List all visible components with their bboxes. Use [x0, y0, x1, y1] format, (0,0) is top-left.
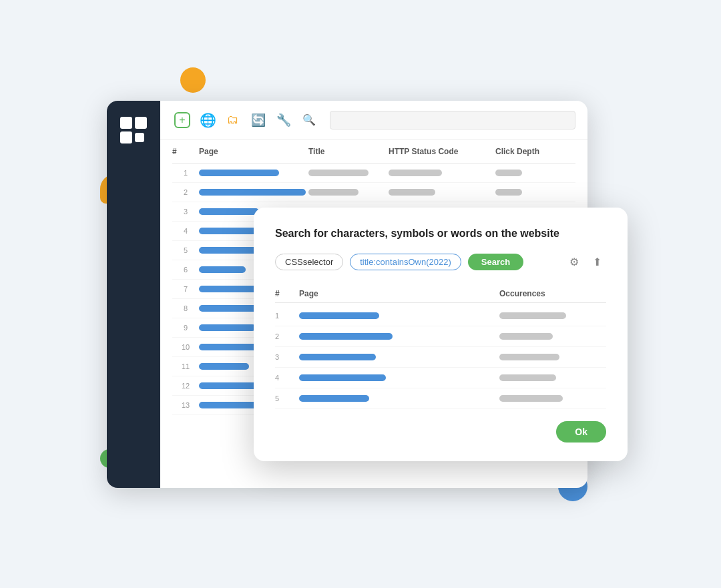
results-row: 5: [275, 388, 606, 409]
export-icon[interactable]: ⬆: [587, 253, 606, 272]
results-occurrences: [499, 395, 606, 402]
row-num: 9: [172, 324, 199, 332]
row-depth: [495, 170, 575, 176]
row-num: 2: [172, 188, 199, 196]
wrench-icon: 🔧: [276, 113, 291, 127]
col-depth: Click Depth: [495, 147, 575, 156]
scene: + 🌐 🗂 🔄 🔧 🔍: [67, 61, 654, 528]
add-icon: +: [174, 112, 190, 128]
results-header: # Page Occurences: [275, 285, 606, 303]
row-num: 10: [172, 343, 199, 351]
globe-icon: 🌐: [200, 112, 216, 128]
col-num: #: [172, 147, 199, 156]
refresh-icon: 🔄: [251, 113, 266, 127]
row-page: [199, 170, 308, 176]
logo-cell-1: [120, 117, 132, 129]
results-occurrences: [499, 333, 606, 340]
row-num: 13: [172, 401, 199, 409]
row-num: 3: [172, 208, 199, 216]
wrench-button[interactable]: 🔧: [274, 110, 294, 130]
row-num: 6: [172, 266, 199, 274]
res-col-num: #: [275, 289, 299, 298]
row-num: 7: [172, 285, 199, 293]
sidebar: [107, 101, 160, 488]
results-occurrences: [499, 374, 606, 381]
results-page: [299, 354, 499, 360]
results-row: 4: [275, 368, 606, 388]
settings-icon[interactable]: ⚙: [565, 253, 583, 272]
results-num: 3: [275, 353, 299, 361]
results-num: 4: [275, 374, 299, 382]
results-num: 5: [275, 394, 299, 402]
css-selector-tag[interactable]: CSSselector: [275, 254, 343, 270]
row-num: 8: [172, 304, 199, 312]
row-title: [308, 189, 389, 196]
results-occurrences: [499, 354, 606, 360]
results-occurrences: [499, 312, 606, 319]
row-page: [199, 189, 308, 196]
col-page: Page: [199, 147, 308, 156]
search-toolbar-button[interactable]: 🔍: [299, 110, 319, 130]
results-row: 3: [275, 347, 606, 368]
search-button[interactable]: Search: [468, 254, 523, 270]
blob-orange-top: [180, 67, 206, 93]
toolbar: + 🌐 🗂 🔄 🔧 🔍: [160, 101, 587, 140]
res-col-occ: Occurences: [499, 289, 606, 298]
results-table: # Page Occurences 1 2 3: [275, 285, 606, 409]
results-num: 1: [275, 312, 299, 320]
row-status: [389, 189, 495, 196]
contains-own-tag[interactable]: title:containsOwn(2022): [350, 254, 461, 270]
toolbar-search-box[interactable]: [330, 111, 575, 129]
table-header: # Page Title HTTP Status Code Click Dept…: [172, 140, 575, 164]
sidebar-logo: [120, 117, 147, 143]
results-page: [299, 395, 499, 402]
row-depth: [495, 189, 575, 196]
row-num: 11: [172, 362, 199, 370]
add-button[interactable]: +: [172, 110, 192, 130]
dialog-window: Search for characters, symbols or words …: [254, 208, 628, 461]
row-status: [389, 170, 495, 176]
row-num: 1: [172, 169, 199, 177]
ok-button[interactable]: Ok: [556, 421, 606, 443]
results-row: 1: [275, 306, 606, 326]
col-title: Title: [308, 147, 389, 156]
results-page: [299, 374, 499, 381]
globe-button[interactable]: 🌐: [198, 110, 218, 130]
table-row: 2: [172, 183, 575, 202]
search-toolbar-icon: 🔍: [302, 113, 316, 126]
results-body: 1 2 3 4: [275, 306, 606, 409]
col-status: HTTP Status Code: [389, 147, 495, 156]
filter-icon: 🗂: [227, 113, 239, 127]
row-title: [308, 170, 389, 176]
dialog-title: Search for characters, symbols or words …: [275, 228, 606, 240]
results-page: [299, 333, 499, 340]
refresh-button[interactable]: 🔄: [248, 110, 268, 130]
row-num: 12: [172, 382, 199, 390]
res-col-page: Page: [299, 289, 499, 298]
row-num: 5: [172, 246, 199, 254]
results-num: 2: [275, 332, 299, 340]
results-row: 2: [275, 326, 606, 347]
logo-cell-2: [135, 117, 147, 129]
logo-cell-3: [120, 131, 132, 143]
row-num: 4: [172, 227, 199, 235]
dialog-footer: Ok: [275, 409, 606, 443]
search-bar: CSSselector title:containsOwn(2022) Sear…: [275, 253, 606, 272]
logo-cell-4: [135, 133, 144, 142]
filter-button[interactable]: 🗂: [223, 110, 243, 130]
results-page: [299, 312, 499, 319]
table-row: 1: [172, 164, 575, 183]
